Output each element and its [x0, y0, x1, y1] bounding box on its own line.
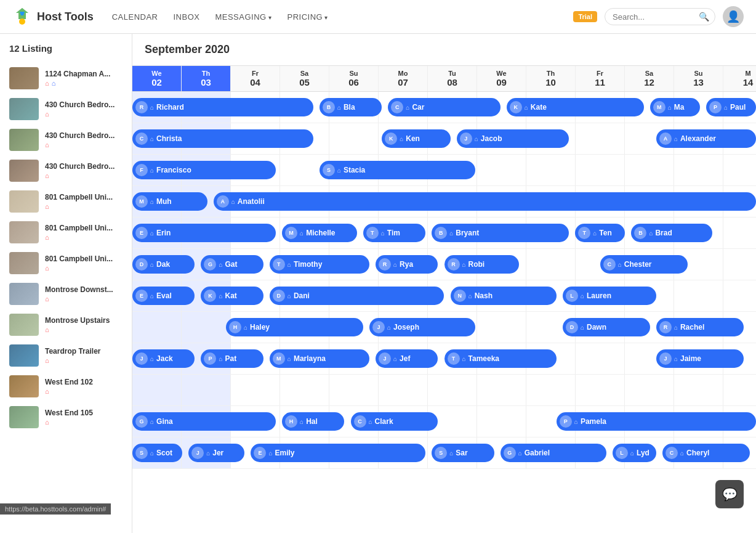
booking-name: Eval: [156, 291, 172, 300]
booking-emily[interactable]: E ⌂ Emily: [251, 444, 425, 462]
booking-alexander[interactable]: A ⌂ Alexander: [656, 129, 756, 148]
booking-jaime[interactable]: J ⌂ Jaime: [656, 349, 744, 368]
booking-name: Robi: [468, 260, 485, 269]
avatar-car: C: [391, 101, 403, 113]
booking-eval[interactable]: E ⌂ Eval: [132, 287, 195, 305]
booking-christa[interactable]: C ⌂ Christa: [132, 129, 313, 148]
booking-ma[interactable]: M ⌂ Ma: [650, 98, 700, 116]
booking-clark[interactable]: C ⌂ Clark: [351, 412, 438, 431]
booking-pamela[interactable]: P ⌂ Pamela: [557, 412, 756, 431]
booking-jer[interactable]: J ⌂ Jer: [188, 444, 244, 462]
avatar[interactable]: 👤: [723, 6, 744, 27]
booking-lauren[interactable]: L ⌂ Lauren: [563, 287, 656, 305]
booking-kate[interactable]: K ⌂ Kate: [507, 98, 644, 116]
booking-dak[interactable]: D ⌂ Dak: [132, 255, 195, 274]
booking-jef[interactable]: J ⌂ Jef: [376, 349, 438, 368]
calendar-row-11: G ⌂ Gina H ⌂ Hal C ⌂ Clark: [132, 406, 756, 437]
nav-messaging[interactable]: MESSAGING: [215, 9, 271, 25]
booking-paul[interactable]: P ⌂ Paul: [706, 98, 756, 116]
booking-gina[interactable]: G ⌂ Gina: [132, 412, 276, 431]
booking-anatolii[interactable]: A ⌂ Anatolii: [214, 192, 756, 211]
booking-francisco[interactable]: F ⌂ Francisco: [132, 161, 276, 179]
booking-ken[interactable]: K ⌂ Ken: [382, 129, 450, 148]
booking-cheryl[interactable]: C ⌂ Cheryl: [662, 444, 750, 462]
listing-item[interactable]: West End 105 ⌂: [0, 402, 132, 433]
booking-rachel[interactable]: R ⌂ Rachel: [656, 318, 744, 336]
listing-item[interactable]: 430 Church Bedro... ⌂: [0, 94, 132, 124]
booking-dani[interactable]: D ⌂ Dani: [270, 287, 444, 305]
booking-name: Dawn: [587, 323, 606, 332]
booking-name: Tameeka: [468, 354, 499, 363]
listing-icons: ⌂: [45, 141, 123, 149]
search-box[interactable]: 🔍: [605, 8, 715, 25]
cell: [280, 375, 329, 405]
main-nav: CALENDAR INBOX MESSAGING PRICING: [112, 9, 574, 25]
listing-item[interactable]: 430 Church Bedro... ⌂: [0, 124, 132, 155]
main-content: 12 Listing 1124 Chapman A... ⌂ ⌂ 430 Chu…: [0, 34, 756, 533]
booking-gabriel[interactable]: G ⌂ Gabriel: [501, 444, 606, 462]
booking-marlayna[interactable]: M ⌂ Marlayna: [270, 349, 369, 368]
booking-nash[interactable]: N ⌂ Nash: [451, 287, 557, 305]
airbnb-icon: ⌂: [150, 136, 154, 142]
airbnb-icon: ⌂: [449, 230, 453, 237]
booking-dawn[interactable]: D ⌂ Dawn: [563, 318, 650, 336]
booking-robi[interactable]: R ⌂ Robi: [444, 255, 520, 274]
booking-timothy[interactable]: T ⌂ Timothy: [270, 255, 369, 274]
booking-gat[interactable]: G ⌂ Gat: [201, 255, 263, 274]
booking-kat[interactable]: K ⌂ Kat: [201, 287, 263, 305]
listing-item[interactable]: West End 102 ⌂: [0, 371, 132, 402]
avatar-jer: J: [191, 447, 204, 459]
listing-item[interactable]: 1124 Chapman A... ⌂ ⌂: [0, 63, 132, 94]
booking-stacia[interactable]: S ⌂ Stacia: [320, 161, 475, 179]
day-num: 03: [182, 77, 230, 87]
airbnb-icon: ⌂: [462, 261, 466, 268]
booking-hal[interactable]: H ⌂ Hal: [282, 412, 344, 431]
row-cells: [132, 375, 756, 405]
nav-inbox[interactable]: INBOX: [173, 9, 199, 25]
booking-sar[interactable]: S ⌂ Sar: [432, 444, 494, 462]
booking-name: Jack: [156, 354, 173, 363]
listing-icons: ⌂: [45, 203, 123, 210]
booking-michelle[interactable]: M ⌂ Michelle: [282, 224, 357, 242]
booking-scot[interactable]: S ⌂ Scot: [132, 444, 182, 462]
booking-tameeka[interactable]: T ⌂ Tameeka: [444, 349, 557, 368]
cell: [329, 123, 379, 154]
booking-brad[interactable]: B ⌂ Brad: [631, 224, 712, 242]
booking-lyd[interactable]: L ⌂ Lyd: [613, 444, 656, 462]
listing-item[interactable]: 801 Campbell Uni... ⌂: [0, 186, 132, 217]
booking-pat[interactable]: P ⌂ Pat: [201, 349, 263, 368]
day-col-sun2: Su 13: [674, 66, 723, 91]
day-num: 02: [132, 77, 181, 87]
booking-ten[interactable]: T ⌂ Ten: [575, 224, 625, 242]
listing-thumb: [9, 252, 39, 274]
day-num: 08: [428, 77, 477, 87]
booking-bryant[interactable]: B ⌂ Bryant: [432, 224, 569, 242]
listing-item[interactable]: Teardrop Trailer ⌂: [0, 340, 132, 371]
search-input[interactable]: [613, 12, 699, 22]
booking-chester[interactable]: C ⌂ Chester: [600, 255, 688, 274]
cell: [723, 155, 756, 185]
listing-item[interactable]: 430 Church Bedro... ⌂: [0, 155, 132, 186]
nav-calendar[interactable]: CALENDAR: [112, 9, 158, 25]
logo[interactable]: Host Tools: [12, 7, 94, 26]
booking-haley[interactable]: H ⌂ Haley: [226, 318, 363, 336]
booking-tim[interactable]: T ⌂ Tim: [363, 224, 425, 242]
listing-item[interactable]: Montrose Downst... ⌂: [0, 279, 132, 309]
booking-rya[interactable]: R ⌂ Rya: [376, 255, 438, 274]
booking-car[interactable]: C ⌂ Car: [388, 98, 500, 116]
day-name: Su: [674, 70, 723, 77]
listing-item[interactable]: 801 Campbell Uni... ⌂: [0, 217, 132, 248]
booking-jacob[interactable]: J ⌂ Jacob: [457, 129, 569, 148]
booking-joseph[interactable]: J ⌂ Joseph: [369, 318, 475, 336]
listing-item[interactable]: Montrose Upstairs ⌂: [0, 309, 132, 340]
booking-erin[interactable]: E ⌂ Erin: [132, 224, 276, 242]
nav-pricing[interactable]: PRICING: [287, 9, 328, 25]
booking-jack[interactable]: J ⌂ Jack: [132, 349, 195, 368]
day-num: 11: [576, 77, 624, 87]
booking-bla[interactable]: B ⌂ Bla: [320, 98, 382, 116]
booking-richard[interactable]: R ⌂ Richard: [132, 98, 313, 116]
booking-muh[interactable]: M ⌂ Muh: [132, 192, 207, 211]
chat-button[interactable]: 💬: [715, 480, 744, 508]
airbnb-icon: ⌂: [387, 324, 391, 331]
listing-item[interactable]: 801 Campbell Uni... ⌂: [0, 248, 132, 279]
